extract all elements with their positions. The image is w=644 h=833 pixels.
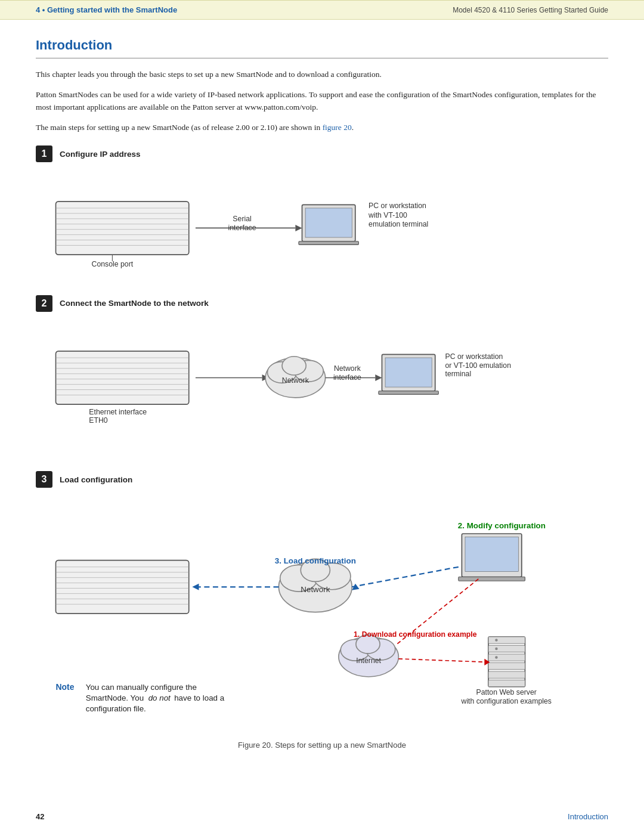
smartnode-device-3 xyxy=(55,561,188,614)
svg-rect-77 xyxy=(488,637,525,643)
svg-text:or VT-100 emulation: or VT-100 emulation xyxy=(445,361,512,370)
svg-text:You can manually configure the: You can manually configure the xyxy=(86,683,197,692)
step1-number: 1 xyxy=(36,145,52,162)
step2-label: Connect the SmartNode to the network xyxy=(60,299,209,308)
svg-text:Network: Network xyxy=(301,585,330,594)
step2-number: 2 xyxy=(36,295,52,312)
svg-line-65 xyxy=(352,567,459,587)
step1-diagram: Console port Serial interface xyxy=(36,168,608,275)
svg-rect-44 xyxy=(379,391,438,395)
intro-para2: Patton SmartNodes can be used for a wide… xyxy=(36,88,608,114)
svg-rect-82 xyxy=(488,680,525,687)
console-port-label: Console port xyxy=(92,261,134,269)
footer-page: 42 xyxy=(36,812,44,821)
svg-text:with configuration examples: with configuration examples xyxy=(461,697,552,705)
svg-text:PC or workstation: PC or workstation xyxy=(445,352,503,361)
network-cloud-1: Network xyxy=(265,357,325,398)
svg-rect-16 xyxy=(299,241,358,245)
diagram-container: 1 Configure IP address xyxy=(36,145,608,749)
step3-block: 3 Load configuration xyxy=(36,471,608,723)
step2-header: 2 Connect the SmartNode to the network xyxy=(36,295,608,312)
svg-rect-64 xyxy=(459,577,525,581)
header-right: Model 4520 & 4110 Series Getting Started… xyxy=(453,6,608,14)
step3-label: Load configuration xyxy=(60,475,132,484)
smartnode-device-1: Console port xyxy=(56,202,189,268)
laptop-3 xyxy=(459,534,525,581)
svg-text:3. Load configuration: 3. Load configuration xyxy=(275,556,356,565)
main-content: Introduction This chapter leads you thro… xyxy=(0,38,644,750)
header-left: 4 • Getting started with the SmartNode xyxy=(36,5,177,14)
laptop-1 xyxy=(299,205,358,245)
svg-rect-0 xyxy=(56,202,189,255)
laptop-2 xyxy=(379,354,438,394)
svg-point-83 xyxy=(495,639,497,642)
network-cloud-2: Network xyxy=(278,559,352,612)
svg-rect-63 xyxy=(465,537,518,572)
section-title: Introduction xyxy=(36,38,608,53)
svg-text:Network: Network xyxy=(334,364,361,373)
svg-rect-81 xyxy=(488,671,525,678)
svg-text:configuration file.: configuration file. xyxy=(86,704,146,713)
svg-point-84 xyxy=(495,648,497,650)
svg-rect-15 xyxy=(305,208,352,237)
svg-rect-76 xyxy=(488,637,525,687)
svg-text:1. Download configuration exam: 1. Download configuration example xyxy=(354,630,477,639)
svg-text:Note: Note xyxy=(55,683,74,692)
figure20-link[interactable]: figure 20 xyxy=(323,123,352,132)
svg-rect-78 xyxy=(488,646,525,652)
svg-text:Internet: Internet xyxy=(356,657,381,665)
svg-line-89 xyxy=(398,659,487,662)
svg-text:PC or workstation: PC or workstation xyxy=(369,202,426,210)
page-container: 4 • Getting started with the SmartNode M… xyxy=(0,0,644,833)
svg-marker-39 xyxy=(375,374,382,381)
para3-prefix: The main steps for setting up a new Smar… xyxy=(36,123,323,132)
svg-marker-11 xyxy=(295,225,302,231)
svg-marker-68 xyxy=(192,584,199,590)
svg-point-85 xyxy=(495,657,497,659)
svg-text:Patton Web server: Patton Web server xyxy=(476,688,537,696)
server xyxy=(488,637,525,687)
step3-number: 3 xyxy=(36,471,52,488)
svg-text:do not: do not xyxy=(148,693,171,702)
title-divider xyxy=(36,58,608,58)
step2-block: 2 Connect the SmartNode to the network xyxy=(36,295,608,453)
svg-text:interface: interface xyxy=(228,224,256,232)
step3-diagram: Network 3. Load xyxy=(36,494,608,720)
svg-text:interface: interface xyxy=(333,373,361,382)
svg-text:terminal: terminal xyxy=(445,370,472,378)
svg-rect-79 xyxy=(488,654,525,661)
svg-text:have to load a: have to load a xyxy=(174,693,225,702)
svg-rect-80 xyxy=(488,663,525,670)
svg-rect-48 xyxy=(55,561,188,614)
header-bar: 4 • Getting started with the SmartNode M… xyxy=(0,0,644,20)
svg-text:Network: Network xyxy=(282,376,309,385)
step1-header: 1 Configure IP address xyxy=(36,145,608,162)
svg-point-36 xyxy=(282,357,306,375)
para3-suffix: . xyxy=(352,123,354,132)
intro-para1: This chapter leads you through the basic… xyxy=(36,68,608,81)
step3-header: 3 Load configuration xyxy=(36,471,608,488)
svg-text:ETH0: ETH0 xyxy=(89,416,108,425)
svg-text:Serial: Serial xyxy=(233,215,251,224)
svg-text:SmartNode. You: SmartNode. You xyxy=(86,693,144,702)
figure-caption: Figure 20. Steps for setting up a new Sm… xyxy=(36,741,608,750)
step1-block: 1 Configure IP address xyxy=(36,145,608,277)
smartnode-device-2: Ethernet interface ETH0 xyxy=(56,351,189,425)
svg-text:with VT-100: with VT-100 xyxy=(368,211,407,219)
svg-rect-43 xyxy=(385,358,432,387)
svg-text:emulation terminal: emulation terminal xyxy=(369,221,428,229)
footer-section: Introduction xyxy=(568,812,608,821)
footer: 42 Introduction xyxy=(0,812,644,821)
internet-cloud: Internet xyxy=(339,635,398,677)
svg-text:2. Modify configuration: 2. Modify configuration xyxy=(458,521,546,530)
svg-text:Ethernet interface: Ethernet interface xyxy=(89,408,147,416)
step2-diagram: Ethernet interface ETH0 Network xyxy=(36,318,608,451)
svg-rect-20 xyxy=(56,351,189,404)
intro-para3: The main steps for setting up a new Smar… xyxy=(36,121,608,134)
step1-label: Configure IP address xyxy=(60,150,141,159)
